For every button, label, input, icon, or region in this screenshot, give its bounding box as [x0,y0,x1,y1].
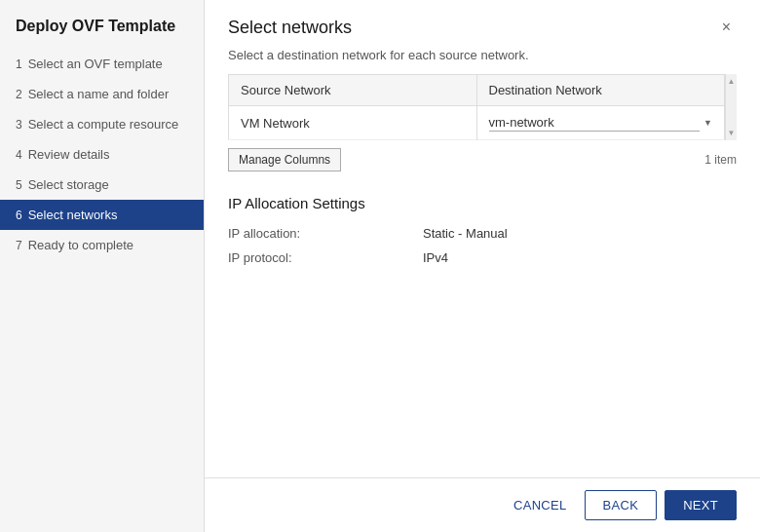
sidebar: Deploy OVF Template 1 Select an OVF temp… [0,0,205,532]
ip-protocol-row: IP protocol: IPv4 [228,246,737,270]
step-num-4: 4 [16,148,22,162]
table-footer: Manage Columns 1 item [228,144,737,179]
step-num-6: 6 [16,209,22,222]
back-button[interactable]: BACK [585,490,658,520]
ip-protocol-label: IP protocol: [228,250,423,265]
sidebar-item-label-6: Select networks [28,208,118,222]
sidebar-item-label-3: Select a compute resource [28,117,179,132]
table-body: VM Network vm-network ▼ [229,106,725,140]
deploy-ovf-dialog: Deploy OVF Template 1 Select an OVF temp… [0,0,760,532]
page-title: Select networks [228,18,352,38]
step-num-1: 1 [16,57,22,71]
network-table: Source Network Destination Network VM Ne… [228,74,725,140]
sidebar-item-label-5: Select storage [28,177,109,192]
step-num-3: 3 [16,118,22,132]
sidebar-item-2[interactable]: 2 Select a name and folder [0,79,204,109]
source-network-cell: VM Network [229,106,477,140]
close-button[interactable]: × [716,18,737,37]
next-button[interactable]: NEXT [665,490,737,520]
ip-allocation-value: Static - Manual [423,226,508,241]
item-count: 1 item [704,153,737,167]
table-scrollbar[interactable]: ▲ ▼ [725,74,737,140]
dialog-body: Deploy OVF Template 1 Select an OVF temp… [0,0,760,532]
ip-allocation-label: IP allocation: [228,226,423,241]
sidebar-item-label-2: Select a name and folder [28,87,170,101]
main-content: Select networks × Select a destination n… [205,0,760,532]
sidebar-item-4[interactable]: 4 Review details [0,139,204,170]
destination-value: vm-network [489,114,701,132]
table-header: Source Network Destination Network [229,75,725,106]
ip-allocation-row: IP allocation: Static - Manual [228,221,737,246]
step-num-7: 7 [16,239,22,252]
destination-network-cell: vm-network ▼ [476,106,725,140]
sidebar-item-7[interactable]: 7 Ready to complete [0,230,204,260]
scroll-track [726,89,737,126]
col-source-network: Source Network [229,75,477,106]
sidebar-item-label-1: Select an OVF template [28,57,163,71]
step-num-2: 2 [16,88,22,101]
network-table-wrapper: Source Network Destination Network VM Ne… [228,74,737,140]
ip-protocol-value: IPv4 [423,250,448,265]
scroll-up-icon[interactable]: ▲ [728,74,736,89]
sidebar-item-label-4: Review details [28,147,110,162]
sidebar-item-3[interactable]: 3 Select a compute resource [0,109,204,139]
sidebar-title: Deploy OVF Template [0,0,204,49]
table-row: VM Network vm-network ▼ [229,106,725,140]
step-num-5: 5 [16,178,22,192]
sidebar-item-label-7: Ready to complete [28,238,133,252]
ip-allocation-title: IP Allocation Settings [228,195,737,211]
manage-columns-button[interactable]: Manage Columns [228,148,341,171]
subtitle: Select a destination network for each so… [205,44,760,74]
dest-cell: vm-network ▼ [489,114,713,132]
col-destination-network: Destination Network [476,75,725,106]
sidebar-item-1[interactable]: 1 Select an OVF template [0,49,204,79]
content-area: Source Network Destination Network VM Ne… [205,74,760,477]
cancel-button[interactable]: CANCEL [504,491,577,519]
sidebar-item-6[interactable]: 6 Select networks [0,200,204,230]
dialog-footer: CANCEL BACK NEXT [205,477,760,532]
sidebar-item-5[interactable]: 5 Select storage [0,170,204,200]
scroll-down-icon[interactable]: ▼ [728,126,736,140]
chevron-down-icon[interactable]: ▼ [703,118,712,128]
main-header: Select networks × [205,0,760,44]
